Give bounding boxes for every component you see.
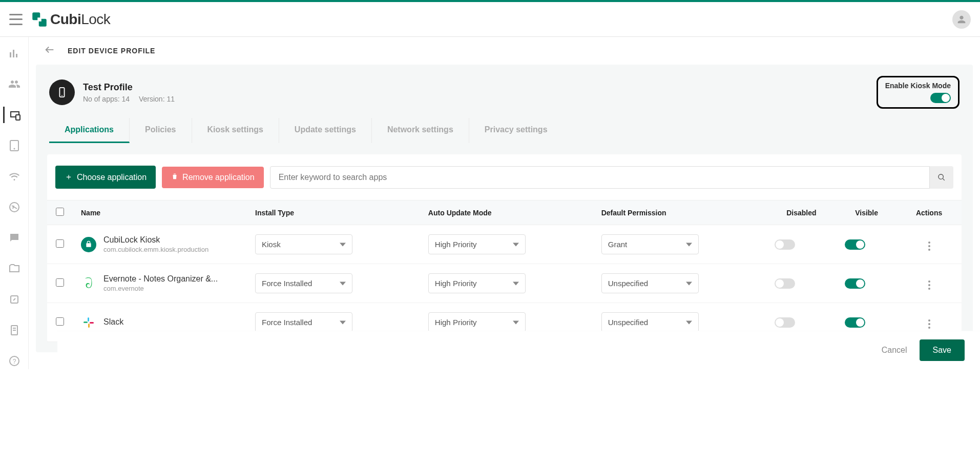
install-type-select[interactable]: Force Installed: [255, 273, 352, 293]
tab-network-settings[interactable]: Network settings: [372, 118, 469, 143]
visible-toggle[interactable]: [845, 317, 865, 328]
update-mode-select[interactable]: High Priority: [428, 273, 526, 293]
sidebar-item-docs[interactable]: [3, 322, 26, 338]
remove-application-button[interactable]: Remove application: [162, 167, 264, 188]
row-actions-menu[interactable]: [926, 317, 932, 331]
update-mode-select[interactable]: High Priority: [428, 234, 526, 254]
sidebar-item-users[interactable]: [3, 76, 26, 92]
kiosk-mode-box: Enable Kiosk Mode: [877, 76, 960, 109]
trash-icon: [171, 173, 178, 182]
sidebar: ?: [0, 37, 29, 369]
profile-version: Version: 11: [139, 95, 175, 103]
permission-select[interactable]: Grant: [601, 234, 699, 254]
row-actions-menu[interactable]: [926, 278, 932, 292]
svg-rect-6: [16, 115, 20, 120]
footer: Cancel Save: [57, 331, 980, 369]
select-all-checkbox[interactable]: [56, 208, 64, 216]
save-button[interactable]: Save: [920, 339, 965, 361]
col-install: Install Type: [247, 200, 420, 225]
col-actions: Actions: [896, 200, 962, 225]
col-visible: Visible: [837, 200, 896, 225]
sidebar-item-key[interactable]: [3, 291, 26, 308]
tabs: Applications Policies Kiosk settings Upd…: [36, 118, 973, 143]
app-package: com.cubilock.emm.kiosk.production: [103, 246, 208, 253]
svg-point-18: [61, 95, 62, 96]
cancel-button[interactable]: Cancel: [882, 346, 907, 355]
chevron-down-icon: [340, 280, 346, 287]
tab-applications[interactable]: Applications: [49, 118, 130, 143]
app-icon-cubilock: [81, 237, 96, 252]
main: EDIT DEVICE PROFILE Test Profile No of a…: [29, 37, 980, 369]
row-checkbox[interactable]: [56, 278, 64, 287]
search-input[interactable]: [270, 166, 930, 189]
install-type-select[interactable]: Kiosk: [255, 234, 352, 254]
sidebar-item-wifi[interactable]: [3, 168, 26, 185]
breadcrumb: EDIT DEVICE PROFILE: [29, 37, 980, 65]
visible-toggle[interactable]: [845, 239, 865, 250]
sidebar-item-block[interactable]: [3, 199, 26, 215]
svg-rect-23: [90, 322, 94, 324]
header: CubiLock: [0, 2, 980, 37]
row-checkbox[interactable]: [56, 317, 64, 326]
profile-apps-count: No of apps: 14: [83, 95, 130, 103]
tab-privacy-settings[interactable]: Privacy settings: [469, 118, 563, 143]
tab-kiosk-settings[interactable]: Kiosk settings: [192, 118, 279, 143]
app-icon-evernote: [81, 276, 96, 291]
search-button[interactable]: [930, 166, 953, 189]
svg-text:?: ?: [12, 358, 16, 365]
visible-toggle[interactable]: [845, 278, 865, 289]
profile-header: Test Profile No of apps: 14 Version: 11 …: [36, 65, 973, 115]
col-disabled: Disabled: [766, 200, 837, 225]
tab-update-settings[interactable]: Update settings: [279, 118, 372, 143]
back-arrow-icon[interactable]: [44, 44, 55, 57]
update-mode-select[interactable]: High Priority: [428, 312, 526, 332]
app-icon-slack: [81, 315, 96, 330]
app-package: com.evernote: [103, 285, 218, 292]
svg-rect-2: [37, 17, 41, 22]
svg-rect-21: [84, 322, 88, 323]
svg-rect-4: [13, 50, 14, 57]
svg-rect-22: [88, 324, 90, 328]
table-row: Evernote - Notes Organizer &... com.ever…: [47, 264, 962, 303]
menu-icon[interactable]: [9, 14, 23, 25]
kiosk-mode-label: Enable Kiosk Mode: [885, 82, 951, 90]
choose-application-button[interactable]: ＋ Choose application: [55, 166, 156, 189]
disabled-toggle[interactable]: [775, 278, 795, 289]
chevron-down-icon: [686, 280, 692, 287]
sidebar-item-apps[interactable]: [3, 137, 26, 154]
row-actions-menu[interactable]: [926, 239, 932, 253]
install-type-select[interactable]: Force Installed: [255, 312, 352, 332]
disabled-toggle[interactable]: [775, 317, 795, 328]
logo-text-light: Lock: [81, 11, 110, 28]
sidebar-item-dashboard[interactable]: [3, 45, 26, 62]
svg-rect-20: [88, 317, 89, 322]
logo[interactable]: CubiLock: [32, 11, 110, 28]
apps-panel: ＋ Choose application Remove application: [47, 154, 962, 342]
tab-policies[interactable]: Policies: [130, 118, 192, 143]
col-name: Name: [73, 200, 247, 225]
chevron-down-icon: [686, 242, 692, 248]
row-checkbox[interactable]: [56, 239, 64, 248]
user-avatar[interactable]: [952, 10, 971, 29]
app-name: Evernote - Notes Organizer &...: [103, 274, 218, 284]
plus-icon: ＋: [65, 172, 73, 183]
svg-rect-3: [10, 52, 11, 57]
sidebar-item-help[interactable]: ?: [3, 353, 26, 369]
permission-select[interactable]: Unspecified: [601, 312, 699, 332]
col-permission: Default Permission: [593, 200, 766, 225]
chevron-down-icon: [340, 242, 346, 248]
col-update: Auto Update Mode: [420, 200, 593, 225]
svg-rect-19: [86, 243, 91, 247]
kiosk-mode-toggle[interactable]: [930, 93, 951, 103]
disabled-toggle[interactable]: [775, 239, 795, 250]
app-name: Slack: [103, 317, 123, 327]
chevron-down-icon: [686, 319, 692, 326]
app-name: CubiLock Kiosk: [103, 235, 208, 245]
sidebar-item-devices[interactable]: [3, 107, 26, 123]
profile-name: Test Profile: [83, 82, 182, 93]
sidebar-item-files[interactable]: [3, 260, 26, 277]
table-row: CubiLock Kiosk com.cubilock.emm.kiosk.pr…: [47, 225, 962, 264]
permission-select[interactable]: Unspecified: [601, 273, 699, 293]
chevron-down-icon: [340, 319, 346, 326]
sidebar-item-messages[interactable]: [3, 230, 26, 246]
